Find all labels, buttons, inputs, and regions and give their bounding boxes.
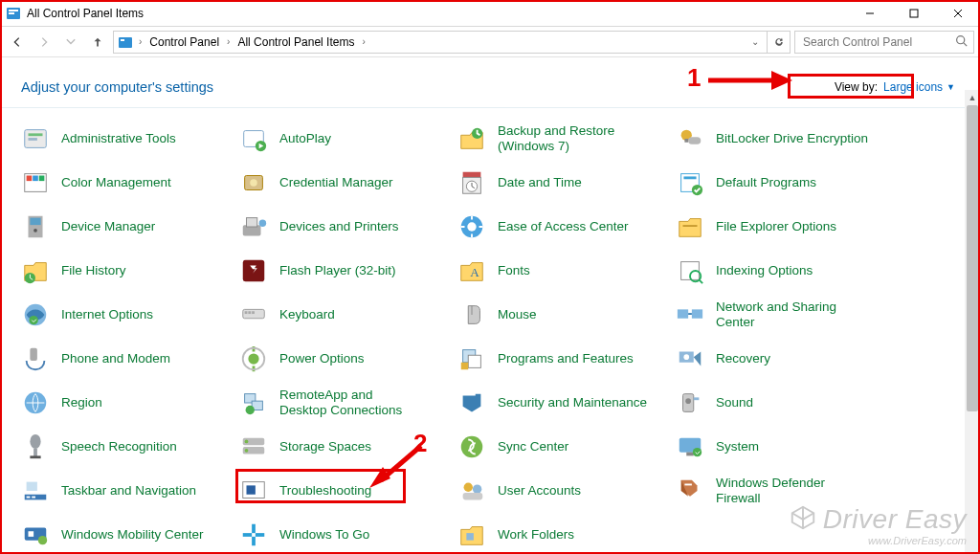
- cpl-item[interactable]: Taskbar and Navigation: [17, 474, 235, 508]
- cpl-item-icon: [21, 476, 50, 505]
- svg-point-97: [38, 536, 47, 544]
- back-button[interactable]: [6, 31, 29, 54]
- cpl-item-icon: [457, 521, 486, 549]
- cpl-item[interactable]: Region: [17, 386, 235, 420]
- cpl-item[interactable]: Administrative Tools: [17, 122, 235, 156]
- cpl-item[interactable]: User Accounts: [454, 474, 672, 508]
- cpl-item[interactable]: Ease of Access Center: [454, 210, 672, 244]
- svg-rect-4: [910, 10, 918, 17]
- cpl-item-icon: [676, 388, 704, 417]
- svg-point-40: [467, 222, 476, 231]
- cpl-item-label: Date and Time: [498, 175, 582, 190]
- cpl-item-label: Programs and Features: [498, 351, 634, 366]
- svg-rect-19: [688, 137, 701, 144]
- svg-rect-34: [30, 218, 40, 226]
- cpl-item[interactable]: Windows Mobility Center: [17, 518, 235, 552]
- cpl-item-label: BitLocker Drive Encryption: [716, 131, 868, 146]
- cpl-item[interactable]: AFonts: [454, 254, 672, 288]
- cpl-item[interactable]: Keyboard: [235, 298, 454, 332]
- svg-rect-2: [9, 12, 14, 14]
- breadcrumb-all-items[interactable]: All Control Panel Items: [235, 35, 356, 49]
- cpl-item[interactable]: Work Folders: [454, 518, 672, 552]
- svg-rect-93: [463, 493, 483, 500]
- cpl-item[interactable]: Internet Options: [17, 298, 235, 332]
- cpl-item[interactable]: BitLocker Drive Encryption: [672, 122, 890, 156]
- cpl-item[interactable]: Color Management: [17, 166, 235, 200]
- address-bar[interactable]: › Control Panel › All Control Panel Item…: [113, 31, 768, 54]
- cpl-item[interactable]: System: [672, 430, 890, 464]
- forward-button[interactable]: [33, 31, 56, 54]
- cpl-item[interactable]: Flash Player (32-bit): [235, 254, 454, 288]
- cpl-item-icon: [21, 256, 50, 285]
- cpl-item[interactable]: RemoteApp and Desktop Connections: [235, 386, 454, 420]
- svg-rect-88: [27, 482, 37, 491]
- chevron-icon[interactable]: ›: [360, 36, 367, 47]
- cpl-item[interactable]: File History: [17, 254, 235, 288]
- cpl-item[interactable]: Backup and Restore (Windows 7): [454, 122, 672, 156]
- view-by-selector[interactable]: View by: Large icons ▼: [827, 77, 963, 98]
- cpl-item-label: Recovery: [716, 351, 770, 366]
- cpl-item[interactable]: Mouse: [454, 298, 672, 332]
- cpl-item[interactable]: Sound: [672, 386, 890, 420]
- chevron-icon[interactable]: ›: [137, 36, 144, 47]
- cpl-item[interactable]: Windows To Go: [235, 518, 454, 552]
- search-box[interactable]: [794, 31, 974, 54]
- recent-dropdown[interactable]: [59, 31, 82, 54]
- minimize-button[interactable]: [848, 0, 892, 27]
- cpl-item[interactable]: Network and Sharing Center: [672, 298, 890, 332]
- cpl-item[interactable]: Speech Recognition: [17, 430, 235, 464]
- cpl-item[interactable]: Recovery: [672, 342, 890, 376]
- cpl-item[interactable]: Device Manager: [17, 210, 235, 244]
- svg-point-72: [685, 398, 691, 404]
- breadcrumb-control-panel[interactable]: Control Panel: [147, 35, 221, 49]
- svg-point-49: [29, 316, 37, 324]
- svg-line-10: [964, 42, 967, 45]
- refresh-button[interactable]: [768, 31, 791, 54]
- cpl-item[interactable]: Date and Time: [454, 166, 672, 200]
- cpl-item-label: Fonts: [498, 263, 530, 278]
- cpl-item-icon: [676, 256, 704, 285]
- vertical-scrollbar[interactable]: ▲: [965, 105, 980, 554]
- cpl-item-label: Device Manager: [61, 219, 155, 234]
- close-button[interactable]: [936, 0, 980, 27]
- cpl-item[interactable]: Programs and Features: [454, 342, 672, 376]
- cpl-item-label: AutoPlay: [279, 131, 331, 146]
- svg-point-91: [464, 483, 473, 492]
- cpl-item[interactable]: Devices and Printers: [235, 210, 454, 244]
- cpl-item-label: User Accounts: [498, 483, 581, 499]
- svg-point-92: [473, 484, 481, 493]
- up-button[interactable]: [86, 31, 109, 54]
- cpl-item[interactable]: Credential Manager: [235, 166, 454, 200]
- cpl-item[interactable]: Windows Defender Firewall: [672, 474, 890, 508]
- chevron-icon[interactable]: ›: [225, 36, 232, 47]
- cpl-item-label: File Explorer Options: [716, 219, 836, 234]
- cpl-item[interactable]: AutoPlay: [235, 122, 454, 156]
- svg-line-47: [699, 279, 702, 283]
- scroll-up-arrow[interactable]: ▲: [965, 90, 980, 105]
- svg-point-26: [250, 179, 257, 187]
- cpl-item[interactable]: Sync Center: [454, 430, 672, 464]
- svg-point-81: [461, 436, 483, 458]
- search-icon[interactable]: [955, 34, 968, 50]
- scrollbar-thumb[interactable]: [967, 105, 978, 411]
- cpl-item[interactable]: Security and Maintenance: [454, 386, 672, 420]
- cpl-item-icon: [239, 212, 268, 241]
- cpl-item-label: Ease of Access Center: [498, 219, 629, 234]
- cpl-item[interactable]: Phone and Modem: [17, 342, 235, 376]
- cpl-item[interactable]: Default Programs: [672, 166, 890, 200]
- cpl-item[interactable]: File Explorer Options: [672, 210, 890, 244]
- svg-point-80: [245, 449, 249, 453]
- svg-rect-13: [29, 138, 37, 141]
- page-heading: Adjust your computer's settings: [21, 79, 213, 95]
- svg-rect-101: [256, 533, 264, 537]
- cpl-item-label: Speech Recognition: [61, 439, 177, 454]
- svg-point-35: [33, 229, 37, 233]
- svg-rect-1: [9, 10, 18, 11]
- cpl-item[interactable]: Power Options: [235, 342, 454, 376]
- cpl-item[interactable]: Indexing Options: [672, 254, 890, 288]
- search-input[interactable]: [801, 34, 949, 50]
- cpl-item-icon: [239, 432, 268, 461]
- cpl-item-label: System: [716, 439, 759, 454]
- address-dropdown-icon[interactable]: ⌄: [747, 36, 763, 47]
- maximize-button[interactable]: [892, 0, 936, 27]
